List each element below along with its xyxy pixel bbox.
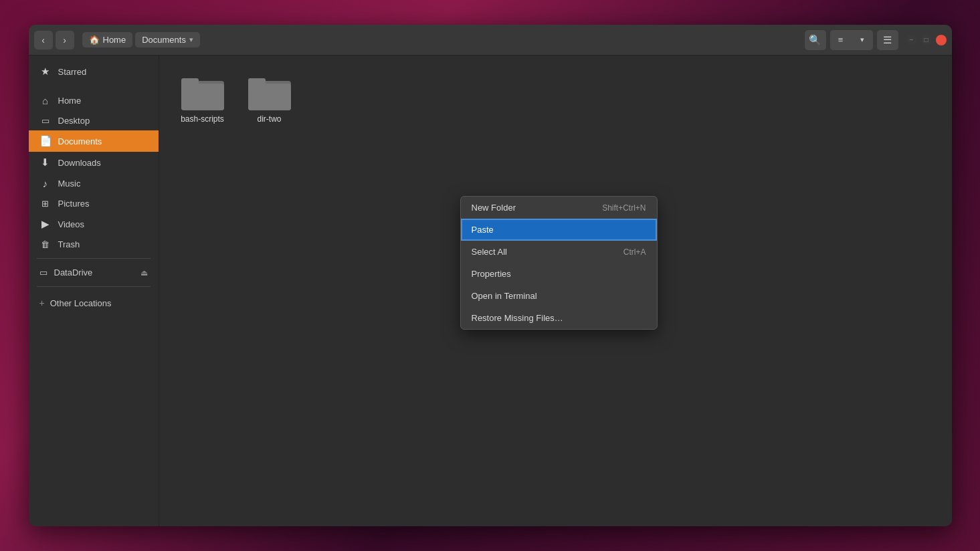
list-view-button[interactable]: ≡ xyxy=(830,30,852,50)
drive-icon: ▭ xyxy=(39,267,47,278)
ctx-select-all-label: Select All xyxy=(472,247,507,257)
file-grid: bash-scripts dir-two xyxy=(173,69,939,130)
desktop-icon: ▭ xyxy=(39,116,52,126)
close-button[interactable] xyxy=(936,35,947,45)
svg-rect-2 xyxy=(181,84,224,110)
ctx-open-terminal[interactable]: Open in Terminal xyxy=(461,285,657,307)
videos-icon: ▶ xyxy=(39,218,52,230)
sidebar-item-documents[interactable]: 📄 Documents xyxy=(29,130,159,152)
breadcrumb-documents[interactable]: Documents ▾ xyxy=(135,32,200,47)
minimize-button[interactable]: − xyxy=(906,35,917,45)
ctx-paste-label: Paste xyxy=(472,225,494,235)
sidebar-item-pictures[interactable]: ⊞ Pictures xyxy=(29,194,159,213)
ctx-properties-label: Properties xyxy=(472,269,511,279)
sidebar-item-starred-label: Starred xyxy=(58,67,87,77)
sidebar-item-datadrive[interactable]: ▭ DataDrive ⏏ xyxy=(29,263,159,282)
other-locations-label: Other Locations xyxy=(50,298,112,308)
file-manager-window: ‹ › 🏠 Home Documents ▾ 🔍 ≡ ▾ ☰ − □ xyxy=(29,25,952,526)
folder-icon xyxy=(181,74,224,110)
menu-button[interactable]: ☰ xyxy=(877,30,898,50)
view-chevron-button[interactable]: ▾ xyxy=(852,30,873,50)
context-menu: New Folder Shift+Ctrl+N Paste Select All… xyxy=(460,196,658,330)
eject-button[interactable]: ⏏ xyxy=(140,268,148,278)
breadcrumb: 🏠 Home Documents ▾ xyxy=(82,32,797,47)
music-icon: ♪ xyxy=(39,178,52,189)
ctx-paste[interactable]: Paste xyxy=(461,219,657,241)
sidebar-divider-2 xyxy=(37,286,151,287)
back-button[interactable]: ‹ xyxy=(34,31,53,49)
documents-icon: 📄 xyxy=(39,135,52,147)
ctx-new-folder[interactable]: New Folder Shift+Ctrl+N xyxy=(461,197,657,219)
sidebar-item-documents-label: Documents xyxy=(58,136,102,146)
ctx-select-all-shortcut: Ctrl+A xyxy=(623,247,646,257)
sidebar-item-desktop[interactable]: ▭ Desktop xyxy=(29,111,159,130)
sidebar-item-home[interactable]: ⌂ Home xyxy=(29,90,159,111)
sidebar-item-downloads[interactable]: ⬇ Downloads xyxy=(29,152,159,173)
titlebar: ‹ › 🏠 Home Documents ▾ 🔍 ≡ ▾ ☰ − □ xyxy=(29,25,952,56)
sidebar-item-videos-label: Videos xyxy=(58,219,85,229)
maximize-button[interactable]: □ xyxy=(921,35,932,45)
main-area: ★ Starred ⌂ Home ▭ Desktop 📄 Documents ⬇… xyxy=(29,56,952,526)
window-controls: − □ xyxy=(906,35,947,45)
ctx-select-all[interactable]: Select All Ctrl+A xyxy=(461,241,657,263)
plus-icon: + xyxy=(39,298,45,308)
sidebar-item-downloads-label: Downloads xyxy=(58,158,101,168)
trash-icon: 🗑 xyxy=(39,239,52,249)
view-toggle: ≡ ▾ xyxy=(830,30,873,50)
chevron-down-icon: ▾ xyxy=(189,35,193,44)
sidebar-item-desktop-label: Desktop xyxy=(58,116,90,126)
ctx-new-folder-shortcut: Shift+Ctrl+N xyxy=(602,203,646,213)
pictures-icon: ⊞ xyxy=(39,199,52,209)
forward-button[interactable]: › xyxy=(56,31,74,49)
file-area: bash-scripts dir-two xyxy=(159,56,952,526)
home-sidebar-icon: ⌂ xyxy=(39,95,52,106)
downloads-icon: ⬇ xyxy=(39,156,52,169)
file-name-dir-two: dir-two xyxy=(257,114,281,125)
svg-rect-5 xyxy=(248,84,291,110)
sidebar-item-videos[interactable]: ▶ Videos xyxy=(29,213,159,235)
file-name-bash-scripts: bash-scripts xyxy=(181,114,224,125)
sidebar-item-datadrive-label: DataDrive xyxy=(54,267,93,278)
breadcrumb-home[interactable]: 🏠 Home xyxy=(82,32,133,47)
sidebar-item-other-locations[interactable]: + Other Locations xyxy=(29,291,159,315)
sidebar-divider xyxy=(37,258,151,259)
sidebar-item-home-label: Home xyxy=(58,96,82,106)
sidebar-item-trash[interactable]: 🗑 Trash xyxy=(29,235,159,254)
ctx-restore-missing-label: Restore Missing Files… xyxy=(472,313,563,323)
star-icon: ★ xyxy=(39,66,52,78)
sidebar-item-music[interactable]: ♪ Music xyxy=(29,173,159,194)
home-icon: 🏠 xyxy=(89,35,100,45)
sidebar-item-music-label: Music xyxy=(58,179,81,189)
sidebar-item-pictures-label: Pictures xyxy=(58,199,90,209)
sidebar-item-starred[interactable]: ★ Starred xyxy=(29,61,159,82)
file-item-dir-two[interactable]: dir-two xyxy=(239,69,300,130)
ctx-new-folder-label: New Folder xyxy=(472,203,516,213)
folder-icon-2 xyxy=(248,74,291,110)
ctx-properties[interactable]: Properties xyxy=(461,263,657,285)
ctx-restore-missing[interactable]: Restore Missing Files… xyxy=(461,307,657,329)
sidebar: ★ Starred ⌂ Home ▭ Desktop 📄 Documents ⬇… xyxy=(29,56,159,526)
titlebar-actions: 🔍 ≡ ▾ ☰ xyxy=(805,30,898,50)
sidebar-item-trash-label: Trash xyxy=(58,239,80,249)
breadcrumb-home-label: Home xyxy=(103,35,126,45)
search-button[interactable]: 🔍 xyxy=(805,30,826,50)
ctx-open-terminal-label: Open in Terminal xyxy=(472,291,537,301)
breadcrumb-documents-label: Documents xyxy=(142,35,186,45)
file-item-bash-scripts[interactable]: bash-scripts xyxy=(173,69,233,130)
